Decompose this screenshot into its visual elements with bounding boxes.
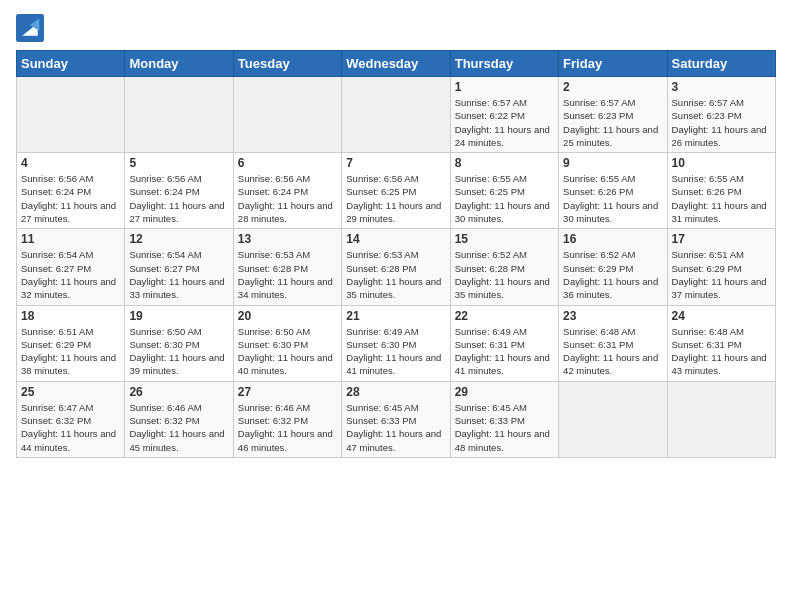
day-info: Sunrise: 6:55 AM Sunset: 6:26 PM Dayligh… [563,172,662,225]
day-info: Sunrise: 6:46 AM Sunset: 6:32 PM Dayligh… [129,401,228,454]
weekday-header-thursday: Thursday [450,51,558,77]
calendar-cell [125,77,233,153]
calendar-cell: 18Sunrise: 6:51 AM Sunset: 6:29 PM Dayli… [17,305,125,381]
calendar-cell: 4Sunrise: 6:56 AM Sunset: 6:24 PM Daylig… [17,153,125,229]
day-info: Sunrise: 6:56 AM Sunset: 6:24 PM Dayligh… [21,172,120,225]
day-number: 4 [21,156,120,170]
calendar-cell: 1Sunrise: 6:57 AM Sunset: 6:22 PM Daylig… [450,77,558,153]
day-info: Sunrise: 6:52 AM Sunset: 6:29 PM Dayligh… [563,248,662,301]
calendar-cell [17,77,125,153]
day-number: 23 [563,309,662,323]
calendar-cell: 24Sunrise: 6:48 AM Sunset: 6:31 PM Dayli… [667,305,775,381]
day-info: Sunrise: 6:47 AM Sunset: 6:32 PM Dayligh… [21,401,120,454]
calendar-cell: 12Sunrise: 6:54 AM Sunset: 6:27 PM Dayli… [125,229,233,305]
day-info: Sunrise: 6:52 AM Sunset: 6:28 PM Dayligh… [455,248,554,301]
day-info: Sunrise: 6:57 AM Sunset: 6:23 PM Dayligh… [672,96,771,149]
calendar-cell: 29Sunrise: 6:45 AM Sunset: 6:33 PM Dayli… [450,381,558,457]
day-info: Sunrise: 6:48 AM Sunset: 6:31 PM Dayligh… [563,325,662,378]
header [16,10,776,42]
calendar-cell: 26Sunrise: 6:46 AM Sunset: 6:32 PM Dayli… [125,381,233,457]
day-info: Sunrise: 6:49 AM Sunset: 6:31 PM Dayligh… [455,325,554,378]
svg-rect-0 [16,14,44,42]
calendar-cell: 25Sunrise: 6:47 AM Sunset: 6:32 PM Dayli… [17,381,125,457]
day-number: 20 [238,309,337,323]
day-number: 28 [346,385,445,399]
day-number: 12 [129,232,228,246]
day-info: Sunrise: 6:46 AM Sunset: 6:32 PM Dayligh… [238,401,337,454]
day-info: Sunrise: 6:51 AM Sunset: 6:29 PM Dayligh… [672,248,771,301]
day-number: 9 [563,156,662,170]
day-info: Sunrise: 6:57 AM Sunset: 6:22 PM Dayligh… [455,96,554,149]
calendar-week-3: 11Sunrise: 6:54 AM Sunset: 6:27 PM Dayli… [17,229,776,305]
calendar-cell: 22Sunrise: 6:49 AM Sunset: 6:31 PM Dayli… [450,305,558,381]
calendar-cell: 19Sunrise: 6:50 AM Sunset: 6:30 PM Dayli… [125,305,233,381]
day-info: Sunrise: 6:50 AM Sunset: 6:30 PM Dayligh… [129,325,228,378]
calendar-cell [233,77,341,153]
calendar-cell: 28Sunrise: 6:45 AM Sunset: 6:33 PM Dayli… [342,381,450,457]
day-info: Sunrise: 6:45 AM Sunset: 6:33 PM Dayligh… [346,401,445,454]
day-number: 13 [238,232,337,246]
day-info: Sunrise: 6:53 AM Sunset: 6:28 PM Dayligh… [238,248,337,301]
day-info: Sunrise: 6:55 AM Sunset: 6:26 PM Dayligh… [672,172,771,225]
day-number: 19 [129,309,228,323]
day-info: Sunrise: 6:54 AM Sunset: 6:27 PM Dayligh… [129,248,228,301]
weekday-header-friday: Friday [559,51,667,77]
calendar-cell: 27Sunrise: 6:46 AM Sunset: 6:32 PM Dayli… [233,381,341,457]
day-number: 14 [346,232,445,246]
calendar-cell: 7Sunrise: 6:56 AM Sunset: 6:25 PM Daylig… [342,153,450,229]
calendar-cell: 15Sunrise: 6:52 AM Sunset: 6:28 PM Dayli… [450,229,558,305]
weekday-header-saturday: Saturday [667,51,775,77]
day-number: 5 [129,156,228,170]
calendar-cell: 8Sunrise: 6:55 AM Sunset: 6:25 PM Daylig… [450,153,558,229]
day-number: 3 [672,80,771,94]
calendar-table: SundayMondayTuesdayWednesdayThursdayFrid… [16,50,776,458]
day-info: Sunrise: 6:56 AM Sunset: 6:25 PM Dayligh… [346,172,445,225]
logo [16,14,46,42]
calendar-cell: 11Sunrise: 6:54 AM Sunset: 6:27 PM Dayli… [17,229,125,305]
logo-icon [16,14,44,42]
day-info: Sunrise: 6:54 AM Sunset: 6:27 PM Dayligh… [21,248,120,301]
calendar-week-5: 25Sunrise: 6:47 AM Sunset: 6:32 PM Dayli… [17,381,776,457]
calendar-cell: 2Sunrise: 6:57 AM Sunset: 6:23 PM Daylig… [559,77,667,153]
weekday-header-monday: Monday [125,51,233,77]
weekday-header-wednesday: Wednesday [342,51,450,77]
day-number: 24 [672,309,771,323]
calendar-cell: 14Sunrise: 6:53 AM Sunset: 6:28 PM Dayli… [342,229,450,305]
day-number: 29 [455,385,554,399]
day-number: 2 [563,80,662,94]
day-number: 8 [455,156,554,170]
page: { "header": { "logo_general": "General",… [0,0,792,612]
day-number: 26 [129,385,228,399]
day-number: 22 [455,309,554,323]
day-number: 15 [455,232,554,246]
day-info: Sunrise: 6:49 AM Sunset: 6:30 PM Dayligh… [346,325,445,378]
day-info: Sunrise: 6:48 AM Sunset: 6:31 PM Dayligh… [672,325,771,378]
day-number: 17 [672,232,771,246]
calendar-cell: 5Sunrise: 6:56 AM Sunset: 6:24 PM Daylig… [125,153,233,229]
calendar-week-4: 18Sunrise: 6:51 AM Sunset: 6:29 PM Dayli… [17,305,776,381]
calendar-cell [342,77,450,153]
calendar-cell: 16Sunrise: 6:52 AM Sunset: 6:29 PM Dayli… [559,229,667,305]
day-info: Sunrise: 6:56 AM Sunset: 6:24 PM Dayligh… [129,172,228,225]
calendar-cell: 13Sunrise: 6:53 AM Sunset: 6:28 PM Dayli… [233,229,341,305]
day-number: 11 [21,232,120,246]
calendar-cell [559,381,667,457]
calendar-cell: 20Sunrise: 6:50 AM Sunset: 6:30 PM Dayli… [233,305,341,381]
day-info: Sunrise: 6:51 AM Sunset: 6:29 PM Dayligh… [21,325,120,378]
calendar-cell: 9Sunrise: 6:55 AM Sunset: 6:26 PM Daylig… [559,153,667,229]
day-number: 25 [21,385,120,399]
day-info: Sunrise: 6:57 AM Sunset: 6:23 PM Dayligh… [563,96,662,149]
calendar-cell: 23Sunrise: 6:48 AM Sunset: 6:31 PM Dayli… [559,305,667,381]
day-number: 16 [563,232,662,246]
day-info: Sunrise: 6:55 AM Sunset: 6:25 PM Dayligh… [455,172,554,225]
weekday-header-sunday: Sunday [17,51,125,77]
calendar-cell: 3Sunrise: 6:57 AM Sunset: 6:23 PM Daylig… [667,77,775,153]
day-info: Sunrise: 6:45 AM Sunset: 6:33 PM Dayligh… [455,401,554,454]
day-number: 18 [21,309,120,323]
day-info: Sunrise: 6:56 AM Sunset: 6:24 PM Dayligh… [238,172,337,225]
weekday-header-tuesday: Tuesday [233,51,341,77]
calendar-week-1: 1Sunrise: 6:57 AM Sunset: 6:22 PM Daylig… [17,77,776,153]
day-number: 1 [455,80,554,94]
weekday-header-row: SundayMondayTuesdayWednesdayThursdayFrid… [17,51,776,77]
day-number: 6 [238,156,337,170]
